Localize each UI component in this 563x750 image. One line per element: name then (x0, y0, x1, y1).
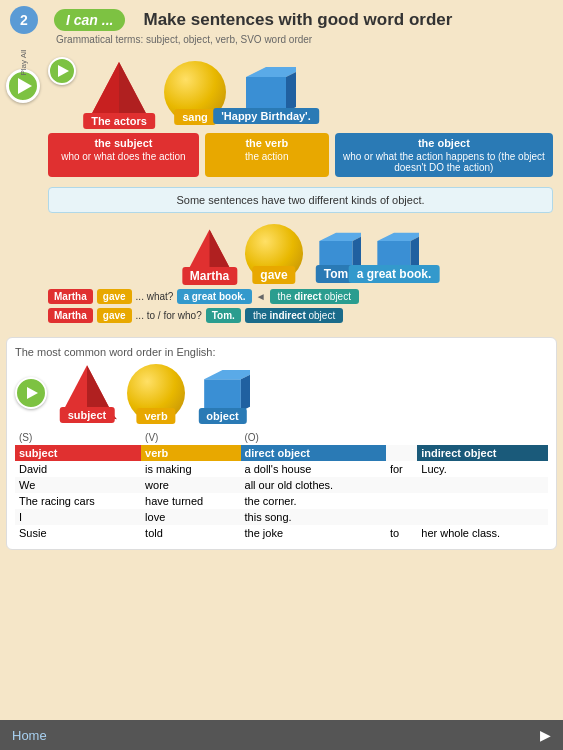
gave-mini-1: gave (97, 289, 132, 304)
svg-marker-3 (246, 77, 286, 112)
table-cell-1-3 (386, 477, 417, 493)
forward-arrow[interactable]: ▶ (540, 727, 551, 743)
what-text: ... what? (136, 291, 174, 302)
subject-word: The actors (83, 113, 155, 129)
bottom-subject-label: subject (60, 407, 115, 423)
svg-marker-9 (319, 232, 361, 240)
object-word: 'Happy Birthday'. (213, 108, 319, 124)
home-link[interactable]: Home (12, 728, 47, 743)
table-cell-3-4 (417, 509, 548, 525)
table-cell-3-1: love (141, 509, 240, 525)
pyramid-shape-2: Martha (182, 223, 237, 283)
bottom-cube: object (195, 364, 250, 422)
svg-marker-4 (246, 67, 296, 77)
indirect-obj-label: the indirect object (245, 308, 343, 323)
th-s: (S) (15, 430, 141, 445)
martha-label: Martha (182, 267, 237, 285)
bottom-sphere: verb (127, 364, 185, 422)
table-cell-2-0: The racing cars (15, 493, 141, 509)
svg-marker-12 (377, 232, 419, 240)
bottom-title: The most common word order in English: (15, 346, 548, 358)
table-cell-3-2: this song. (241, 509, 386, 525)
subtitle: Grammatical terms: subject, object, verb… (10, 34, 553, 49)
footer: Home ▶ (0, 720, 563, 750)
table-cell-0-3: for (386, 461, 417, 477)
col-direct: direct object (241, 445, 386, 461)
direct-obj-label: the direct object (270, 289, 359, 304)
martha-mini-2: Martha (48, 308, 93, 323)
ican-label: I can ... (54, 9, 125, 31)
svg-marker-17 (204, 370, 250, 379)
table-cell-4-0: Susie (15, 525, 141, 541)
svg-marker-16 (204, 379, 241, 411)
who-text: ... to / for who? (136, 310, 202, 321)
play-icon-bottom (27, 387, 38, 399)
col-subject: subject (15, 445, 141, 461)
table-cell-3-3 (386, 509, 417, 525)
bottom-pyramid: subject (57, 361, 117, 421)
table-cell-0-0: David (15, 461, 141, 477)
table-cell-0-4: Lucy. (417, 461, 548, 477)
table-cell-4-1: told (141, 525, 240, 541)
pyramid-shape: The actors (84, 57, 154, 127)
subject-box: the subject who or what does the action (48, 133, 199, 177)
table-cell-1-2: all our old clothes. (241, 477, 386, 493)
table-cell-2-2: the corner. (241, 493, 386, 509)
bottom-verb-label: verb (136, 408, 175, 424)
bottom-section: The most common word order in English: s… (6, 337, 557, 550)
cube-shape-3: a great book. (369, 226, 419, 281)
play-button-bottom[interactable] (15, 377, 47, 409)
object-box: the object who or what the action happen… (335, 133, 553, 177)
table-cell-2-1: have turned (141, 493, 240, 509)
bottom-shapes-row: subject verb object (15, 364, 548, 422)
gave-mini-2: gave (97, 308, 132, 323)
badge: 2 (10, 6, 38, 34)
direct-obj-word: a great book. (177, 289, 251, 304)
bottom-object-label: object (198, 408, 246, 424)
direct-object-row: Martha gave ... what? a great book. ◄ th… (48, 289, 553, 304)
indirect-object-row: Martha gave ... to / for who? Tom. the i… (48, 308, 553, 323)
verb-box: the verb the action (205, 133, 329, 177)
table-cell-1-1: wore (141, 477, 240, 493)
table-cell-0-2: a doll's house (241, 461, 386, 477)
grammar-labels: the subject who or what does the action … (0, 127, 563, 183)
page-title: Make sentences with good word order (143, 10, 452, 30)
cube-shape: 'Happy Birthday'. (236, 62, 296, 122)
th-o: (O) (241, 430, 386, 445)
gave-label: gave (252, 266, 295, 284)
table-cell-4-4: her whole class. (417, 525, 548, 541)
col-verb: verb (141, 445, 240, 461)
sphere-shape-2: gave (245, 224, 303, 282)
word-table: (S) (V) (O) subject verb direct object i… (15, 430, 548, 541)
verb-word: sang (174, 109, 216, 125)
martha-mini-1: Martha (48, 289, 93, 304)
table-cell-3-0: I (15, 509, 141, 525)
table-cell-1-4 (417, 477, 548, 493)
th-v: (V) (141, 430, 240, 445)
col-indirect: indirect object (417, 445, 548, 461)
table-cell-2-3 (386, 493, 417, 509)
greatbook-label: a great book. (349, 265, 440, 283)
object-rows: Martha gave ... what? a great book. ◄ th… (0, 285, 563, 331)
table-cell-4-3: to (386, 525, 417, 541)
table-cell-4-2: the joke (241, 525, 386, 541)
table-cell-1-0: We (15, 477, 141, 493)
header: 2 I can ... Make sentences with good wor… (0, 0, 563, 49)
indirect-obj-word: Tom. (206, 308, 241, 323)
table-cell-0-1: is making (141, 461, 240, 477)
info-box: Some sentences have two different kinds … (48, 187, 553, 213)
play-button-1[interactable] (48, 57, 76, 85)
table-cell-2-4 (417, 493, 548, 509)
play-icon-1 (58, 65, 69, 77)
